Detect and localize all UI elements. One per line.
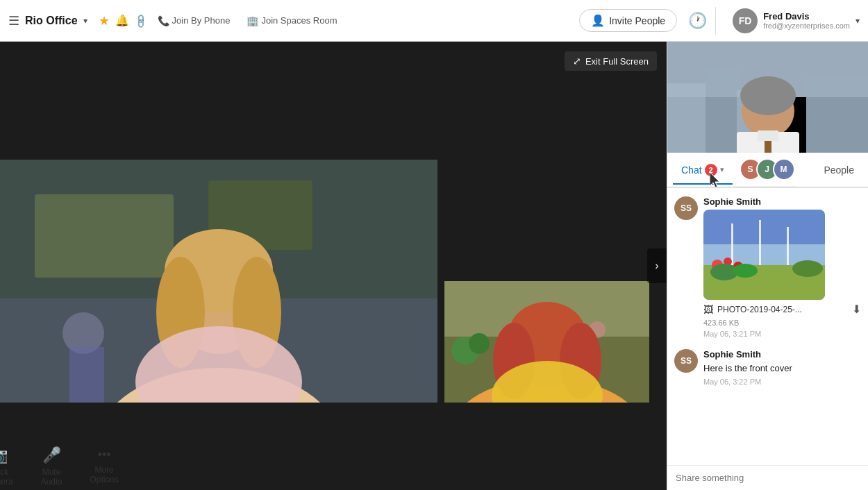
message-time-1: May 06, 3:21 PM [703,330,861,338]
join-spaces-label: Join Spaces Room [261,15,337,26]
sender-avatar-1: SS [674,196,698,220]
svg-rect-2 [35,194,174,278]
svg-point-32 [740,76,796,115]
message-content-2: Sophie Smith Here is the front cover May… [703,349,861,386]
share-input[interactable] [676,473,860,483]
chat-tab-chevron-icon[interactable]: ▾ [720,165,724,174]
timer-icon: 🕐 [688,12,707,30]
user-email: fred@xyzenterprises.com [763,22,850,30]
next-participant-button[interactable]: › [647,248,667,283]
avatar: FD [733,8,758,33]
svg-rect-40 [759,220,761,265]
header-left: ☰ Rio Office ▾ ★ 🔔 🔗 📞 Join By Phone 🏢 J… [0,12,351,29]
download-icon[interactable]: ⬇ [852,303,861,316]
right-panel: Chat 2 ▾ S J M People SS Sophie Smith [667,42,868,490]
mute-audio-button[interactable]: 🎤 Mute Audio [27,441,76,491]
invite-icon: 👤 [591,14,605,27]
share-input-row [667,465,868,490]
chat-message-1: SS Sophie Smith [674,196,861,338]
message-content-1: Sophie Smith [703,196,861,338]
join-phone-button[interactable]: 📞 Join By Phone [152,12,236,29]
svg-point-47 [792,260,823,277]
menu-icon[interactable]: ☰ [8,13,19,28]
file-row: 🖼 PHOTO-2019-04-25-... ⬇ [703,303,861,316]
message-time-2: May 06, 3:22 PM [703,378,861,386]
svg-point-46 [733,264,758,278]
more-options-icon: ••• [98,448,111,462]
chat-message-2: SS Sophie Smith Here is the front cover … [674,349,861,386]
participant-video-svg [667,42,868,153]
user-info[interactable]: FD Fred Davis fred@xyzenterprises.com ▾ [724,8,868,33]
phone-icon: 📞 [158,15,169,26]
file-size-row: 423.66 KB [703,319,861,327]
more-options-button[interactable]: ••• More Options [76,442,132,490]
sender-name-2: Sophie Smith [703,349,861,360]
exit-fullscreen-button[interactable]: ⤢ Exit Full Screen [565,51,657,71]
tab-people[interactable]: People [815,158,862,183]
video-second-svg [444,281,649,403]
avatar-3: M [773,158,795,180]
svg-point-15 [469,333,490,354]
file-size: 423.66 KB [703,319,739,327]
title-chevron-icon[interactable]: ▾ [83,16,87,26]
link-icon[interactable]: 🔗 [132,12,148,28]
join-phone-label: Join By Phone [172,15,231,26]
file-icon: 🖼 [703,304,713,315]
block-camera-label: Block Camera [0,467,13,487]
exit-fullscreen-icon: ⤢ [573,56,581,67]
spaces-icon: 🏢 [247,15,258,26]
chat-messages: SS Sophie Smith [667,188,868,465]
file-name: PHOTO-2019-04-25-... [717,305,802,314]
chat-tab-label: Chat [681,164,702,176]
block-camera-button[interactable]: 📷 Block Camera [0,441,27,491]
people-tab-label: People [824,164,854,176]
svg-rect-35 [758,130,778,141]
participant-avatars: S J M [733,153,796,187]
participant-video-thumbnail [667,42,868,153]
video-second-image [444,281,649,403]
svg-rect-41 [787,227,789,265]
message-text: Here is the front cover [703,362,861,375]
tabs-row: Chat 2 ▾ S J M People [667,153,868,188]
more-options-label: More Options [90,465,118,484]
mute-audio-icon: 🎤 [42,446,61,464]
join-spaces-button[interactable]: 🏢 Join Spaces Room [241,12,342,29]
invite-people-button[interactable]: 👤 Invite People [579,9,677,32]
invite-label: Invite People [609,15,665,26]
meeting-title: Rio Office [25,15,78,27]
video-area: ⤢ Exit Full Screen [0,42,667,490]
video-main-image [0,160,437,403]
mute-audio-label: Mute Audio [41,467,62,487]
header-right: 👤 Invite People 🕐 FD Fred Davis fred@xyz… [579,7,868,35]
svg-rect-39 [731,223,733,265]
user-details: Fred Davis fred@xyzenterprises.com [763,11,850,30]
sender-name-1: Sophie Smith [703,196,861,207]
sender-avatar-2: SS [674,349,698,373]
bell-icon[interactable]: 🔔 [115,14,129,27]
header-icons: ★ 🔔 🔗 [99,13,147,28]
tab-chat[interactable]: Chat 2 ▾ [673,157,733,185]
exit-fullscreen-label: Exit Full Screen [585,56,649,67]
main-content: ⤢ Exit Full Screen [0,42,868,490]
block-camera-icon: 📷 [0,446,8,464]
svg-rect-11 [69,347,104,403]
timer-button[interactable]: 🕐 [688,7,716,35]
video-main [0,160,437,403]
video-main-svg [0,160,437,403]
video-second [444,281,649,403]
chat-badge: 2 [705,164,717,176]
user-name: Fred Davis [763,11,850,22]
header: ☰ Rio Office ▾ ★ 🔔 🔗 📞 Join By Phone 🏢 J… [0,0,868,42]
star-icon[interactable]: ★ [99,13,110,28]
user-chevron-icon[interactable]: ▾ [856,16,860,26]
message-image-svg [703,210,825,300]
message-image[interactable] [703,210,825,300]
